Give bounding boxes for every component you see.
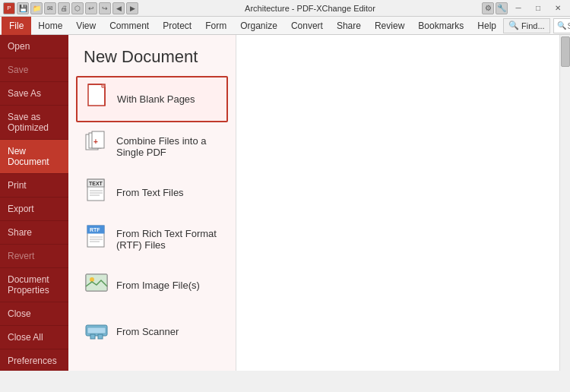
menu-bar: File Home View Comment Protect Form Orga… [0, 17, 570, 35]
scrollbar[interactable] [559, 35, 570, 371]
option-blank-pages-label: With Blank Pages [117, 93, 195, 105]
minimize-button[interactable]: ─ [509, 2, 527, 14]
menu-view[interactable]: View [69, 17, 103, 35]
toolbar-icon-3[interactable]: ✉ [44, 2, 56, 14]
svg-text:RTF: RTF [90, 227, 100, 232]
menu-form[interactable]: Form [198, 17, 233, 35]
sidebar-item-preferences[interactable]: Preferences [0, 349, 68, 371]
menu-convert[interactable]: Convert [284, 17, 330, 35]
save-quick-icon[interactable]: 💾 [17, 2, 29, 14]
svg-rect-24 [98, 334, 103, 339]
menu-comment[interactable]: Comment [103, 17, 156, 35]
title-bar: P 💾 📁 ✉ 🖨 ⬡ ↩ ↪ ◀ ▶ Architecture - PDF-X… [0, 0, 570, 17]
sidebar-item-revert: Revert [0, 245, 68, 268]
menu-file[interactable]: File [2, 17, 31, 35]
sidebar-item-doc-properties[interactable]: Document Properties [0, 268, 68, 302]
close-button[interactable]: ✕ [549, 2, 567, 14]
menu-help[interactable]: Help [470, 17, 503, 35]
find-icon: 🔍 [508, 21, 519, 30]
svg-text:+: + [93, 138, 98, 146]
forward-icon[interactable]: ▶ [126, 2, 138, 14]
image-files-icon [84, 270, 109, 301]
new-document-panel: New Document With Blank Pages [68, 35, 236, 371]
sidebar-item-new-document[interactable]: New Document [0, 140, 68, 174]
text-files-icon: TEXT [84, 177, 109, 208]
option-text-files-label: From Text Files [116, 187, 184, 198]
right-panel [236, 35, 570, 371]
redo-icon[interactable]: ↪ [99, 2, 111, 14]
blank-page-icon [85, 84, 109, 115]
find-label: Find... [521, 21, 545, 30]
folder-icon[interactable]: 📁 [30, 2, 43, 14]
menu-review[interactable]: Review [368, 17, 411, 35]
back-icon[interactable]: ◀ [112, 2, 125, 14]
app-icon: P [3, 2, 15, 14]
sidebar-item-export[interactable]: Export [0, 198, 68, 221]
option-combine-files[interactable]: + Combine Files into a Single PDF [76, 124, 228, 169]
option-blank-pages[interactable]: With Blank Pages [76, 76, 228, 122]
title-bar-controls: ⚙ 🔧 ─ □ ✕ [482, 2, 567, 14]
svg-rect-23 [90, 334, 95, 339]
svg-rect-22 [87, 327, 106, 334]
option-image-files[interactable]: From Image File(s) [76, 263, 228, 308]
menu-organize[interactable]: Organize [233, 17, 284, 35]
plugin-icon[interactable]: 🔧 [496, 2, 508, 14]
menu-bookmarks[interactable]: Bookmarks [411, 17, 470, 35]
rtf-files-icon: RTF [84, 223, 109, 254]
option-scanner-label: From Scanner [116, 326, 179, 337]
title-bar-left: P 💾 📁 ✉ 🖨 ⬡ ↩ ↪ ◀ ▶ [3, 2, 138, 14]
sidebar-item-save: Save [0, 58, 68, 82]
option-rtf-files[interactable]: RTF From Rich Text Format (RTF) Files [76, 217, 228, 261]
window-title: Architecture - PDF-XChange Editor [138, 4, 482, 13]
option-combine-files-label: Combine Files into a Single PDF [116, 135, 220, 158]
sidebar-item-close[interactable]: Close [0, 302, 68, 326]
search-input[interactable] [568, 21, 570, 30]
option-rtf-files-label: From Rich Text Format (RTF) Files [116, 228, 220, 251]
scanner-icon [84, 316, 109, 347]
scrollbar-thumb[interactable] [561, 36, 570, 67]
sidebar-item-share[interactable]: Share [0, 221, 68, 245]
menu-home[interactable]: Home [31, 17, 69, 35]
panel-title: New Document [68, 35, 236, 76]
sidebar-item-save-as[interactable]: Save As [0, 82, 68, 106]
find-button[interactable]: 🔍 Find... [503, 18, 550, 33]
search-icon: 🔍 [557, 21, 566, 30]
search-input-wrap[interactable]: 🔍 [553, 18, 570, 33]
sidebar: Open Save Save As Save as Optimized New … [0, 35, 68, 371]
share-icon[interactable]: ⬡ [71, 2, 84, 14]
main-layout: Open Save Save As Save as Optimized New … [0, 35, 570, 371]
new-doc-options-list: With Blank Pages + Combine Files into a … [68, 76, 236, 354]
find-search-area: 🔍 Find... 🔍 [503, 18, 570, 33]
sidebar-item-close-all[interactable]: Close All [0, 326, 68, 349]
toolbar-settings-icon[interactable]: ⚙ [482, 2, 494, 14]
menu-share[interactable]: Share [330, 17, 368, 35]
option-scanner[interactable]: From Scanner [76, 309, 228, 354]
option-image-files-label: From Image File(s) [116, 280, 200, 291]
menu-protect[interactable]: Protect [156, 17, 198, 35]
print-icon[interactable]: 🖨 [58, 2, 70, 14]
maximize-button[interactable]: □ [529, 2, 547, 14]
sidebar-item-save-optimized[interactable]: Save as Optimized [0, 106, 68, 140]
undo-icon[interactable]: ↩ [85, 2, 97, 14]
svg-text:TEXT: TEXT [89, 181, 103, 186]
sidebar-item-print[interactable]: Print [0, 174, 68, 198]
sidebar-item-open[interactable]: Open [0, 35, 68, 58]
option-text-files[interactable]: TEXT From Text Files [76, 170, 228, 215]
combine-files-icon: + [84, 131, 109, 162]
